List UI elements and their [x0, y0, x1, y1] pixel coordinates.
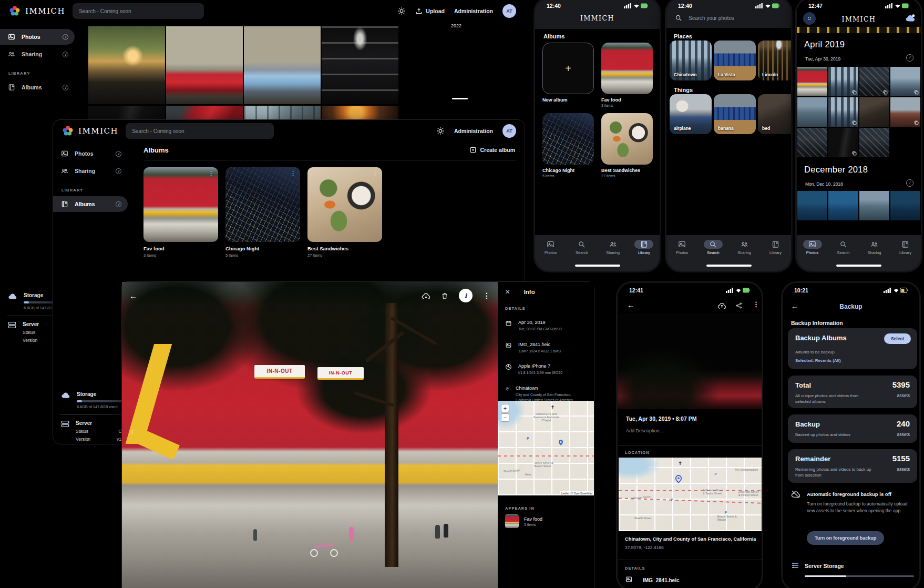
immich-logo[interactable]: IMMICH — [8, 5, 65, 17]
photo-thumbnail[interactable] — [166, 106, 243, 119]
upload-cloud-icon[interactable] — [717, 302, 726, 309]
thing-card[interactable]: airplane — [670, 94, 712, 134]
turn-on-foreground-backup-button[interactable]: Turn on foreground backup — [807, 531, 884, 545]
delete-icon[interactable] — [441, 292, 448, 300]
sidebar-item-photos[interactable]: Photos i — [53, 146, 128, 161]
select-all-check-icon[interactable]: ✓ — [906, 179, 913, 187]
photo-thumbnail[interactable] — [890, 97, 920, 127]
photo-thumbnail[interactable] — [244, 26, 321, 104]
nav-library[interactable]: Library — [891, 240, 920, 271]
nav-photos[interactable]: Photos — [798, 240, 827, 271]
photo-thumbnail[interactable] — [828, 191, 858, 220]
select-all-check-icon[interactable]: ✓ — [906, 54, 913, 62]
theme-toggle-sun-icon[interactable] — [397, 7, 406, 15]
download-icon[interactable] — [422, 292, 430, 300]
more-icon[interactable]: ⋮ — [208, 170, 214, 176]
sidebar-item-sharing[interactable]: Sharing i — [0, 46, 75, 62]
more-icon[interactable]: ⋮ — [372, 170, 378, 176]
album-card[interactable] — [601, 43, 653, 94]
photo-strip[interactable] — [797, 27, 922, 33]
photo-thumbnail[interactable] — [859, 128, 889, 157]
thing-card[interactable]: banana — [714, 94, 756, 134]
administration-link[interactable]: Administration — [454, 8, 493, 14]
info-icon[interactable]: i — [116, 201, 121, 207]
place-card[interactable]: Chinatown — [670, 40, 712, 80]
album-card[interactable] — [601, 113, 653, 165]
info-icon[interactable]: i — [116, 168, 121, 174]
previous-photo-chevron[interactable]: ‹ — [130, 425, 134, 439]
clock: 12:40 — [678, 3, 692, 9]
photo-thumbnail[interactable] — [859, 67, 889, 96]
close-icon[interactable]: ✕ — [505, 288, 510, 296]
location-map[interactable]: + − ✝ Fishermen's and Seamen's Memorial … — [498, 401, 594, 495]
photo-thumbnail[interactable] — [88, 26, 165, 104]
album-card[interactable]: ⋮ Best Sandwiches 27 items — [307, 167, 382, 258]
nav-library[interactable]: Library — [630, 240, 658, 271]
photo-thumbnail[interactable] — [859, 97, 889, 127]
select-button[interactable]: Select — [884, 333, 911, 344]
backup-cloud-icon[interactable] — [905, 14, 916, 22]
photo-thumbnail[interactable] — [797, 191, 827, 220]
album-card[interactable]: ⋮ Chicago Night 5 items — [225, 167, 300, 258]
nav-photos[interactable]: Photos — [668, 240, 696, 271]
info-icon[interactable]: i — [63, 85, 68, 90]
appears-in-album[interactable]: Fav food 3 items — [498, 511, 550, 531]
administration-link[interactable]: Administration — [454, 128, 493, 134]
album-name: Fav food — [143, 246, 218, 251]
place-card[interactable]: Lincoln — [758, 40, 793, 80]
thing-card[interactable]: bed — [758, 94, 793, 134]
sidebar-item-albums[interactable]: Albums i — [53, 196, 128, 212]
create-album-button[interactable]: Create album — [469, 146, 515, 154]
photo-thumbnail[interactable] — [859, 191, 889, 220]
divider — [618, 445, 762, 445]
sidebar-item-albums[interactable]: Albums i — [0, 79, 75, 95]
photo-thumbnail[interactable] — [166, 26, 243, 104]
photo-detail-image[interactable] — [618, 313, 763, 409]
album-card[interactable] — [542, 113, 594, 165]
sidebar-item-photos[interactable]: Photos i — [0, 29, 75, 45]
photo-thumbnail[interactable] — [797, 128, 827, 157]
immich-logo[interactable]: IMMICH — [61, 125, 118, 137]
map-zoom-out-button[interactable]: − — [501, 413, 509, 422]
info-icon[interactable]: i — [63, 34, 68, 40]
nav-photos[interactable]: Photos — [537, 240, 565, 271]
new-album-button[interactable]: + — [542, 43, 594, 94]
avatar[interactable]: AT — [502, 4, 516, 18]
back-button[interactable]: ← — [129, 291, 137, 300]
upload-button[interactable]: Upload — [415, 7, 445, 15]
image-icon — [505, 342, 512, 349]
location-map[interactable]: ✝ The Embarcadero Jefferson Street Jeffe… — [619, 458, 763, 531]
photo-thumbnail[interactable] — [828, 67, 858, 96]
photo-thumbnail[interactable] — [890, 191, 920, 220]
search-input[interactable]: Search your photos — [689, 15, 734, 21]
info-icon[interactable]: i — [63, 52, 68, 57]
photo-thumbnail[interactable] — [244, 106, 321, 119]
info-button-active[interactable]: i — [459, 289, 473, 302]
photo-thumbnail[interactable] — [890, 67, 920, 96]
photo-thumbnail[interactable] — [88, 106, 165, 119]
description-input[interactable]: Add Description... — [626, 428, 663, 433]
search-input[interactable]: Search - Coming soon — [73, 3, 204, 19]
photo-thumbnail[interactable] — [828, 97, 858, 127]
nav-library[interactable]: Library — [761, 240, 789, 271]
theme-toggle-sun-icon[interactable] — [436, 127, 445, 135]
place-card[interactable]: La Vista — [714, 40, 756, 80]
more-icon[interactable]: ⋮ — [290, 170, 296, 176]
info-icon[interactable]: i — [116, 151, 121, 157]
photo-thumbnail[interactable] — [797, 97, 827, 127]
share-icon[interactable] — [735, 302, 743, 309]
photo-thumbnail[interactable] — [828, 128, 858, 157]
back-button[interactable]: ← — [627, 301, 634, 309]
phone-timeline-screen: 12:47 IMMICH April 2019 Tue, Apr 30, 201… — [795, 0, 922, 272]
more-icon[interactable]: ⋮ — [483, 291, 490, 300]
photo-thumbnail[interactable] — [797, 67, 827, 96]
photo-thumbnail[interactable] — [322, 106, 398, 119]
timeline-scrubber[interactable] — [452, 98, 468, 99]
more-icon[interactable]: ⋮ — [753, 300, 759, 308]
sidebar-item-sharing[interactable]: Sharing i — [53, 163, 128, 179]
search-input[interactable]: Search - Coming soon — [126, 123, 274, 139]
album-card[interactable]: ⋮ Fav food 3 items — [143, 167, 218, 258]
avatar[interactable]: AT — [502, 124, 516, 138]
map-zoom-in-button[interactable]: + — [501, 404, 509, 412]
photo-thumbnail[interactable] — [322, 26, 398, 104]
